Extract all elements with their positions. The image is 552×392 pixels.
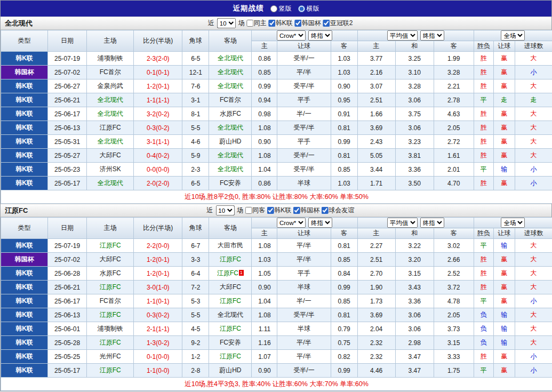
home-team-link[interactable]: 全北现代 [98, 179, 123, 187]
away-team-cell[interactable]: 水原FC [209, 107, 252, 121]
away-team-link[interactable]: 全北现代 [218, 151, 243, 159]
away-team-link[interactable]: FC安养 [220, 179, 241, 187]
average-select[interactable]: 平均值 [387, 218, 418, 228]
home-team-link[interactable]: 全北现代 [98, 110, 123, 117]
home-team-link[interactable]: 江原FC [100, 124, 121, 131]
away-team-cell[interactable]: FC首尔 [209, 93, 252, 107]
away-team-link[interactable]: 江原FC [220, 297, 241, 305]
home-team-cell[interactable]: 水原FC [87, 267, 134, 281]
home-team-cell[interactable]: 江原FC [87, 239, 134, 253]
home-team-link[interactable]: FC首尔 [100, 297, 121, 305]
away-team-cell[interactable]: 江原FC [209, 294, 252, 308]
home-team-cell[interactable]: 江原FC [87, 281, 134, 294]
bookmaker-select[interactable]: Crow* [277, 30, 306, 41]
home-team-link[interactable]: 江原FC [100, 311, 121, 318]
horizontal-layout-radio[interactable] [298, 5, 305, 12]
away-team-cell[interactable]: 大田市民 [209, 239, 252, 253]
home-team-link[interactable]: 大邱FC [100, 255, 121, 263]
same-venue-option[interactable]: 同主 [246, 19, 267, 28]
same-venue-checkbox[interactable] [245, 207, 252, 214]
away-team-cell[interactable]: 全北现代 [209, 66, 252, 79]
home-team-link[interactable]: 江原FC [100, 283, 121, 291]
away-team-link[interactable]: 蔚山HD [219, 366, 241, 374]
away-team-link[interactable]: 全北现代 [218, 311, 243, 318]
home-team-cell[interactable]: 金泉尚武 [87, 79, 134, 93]
home-team-cell[interactable]: 浦项制铁 [87, 52, 134, 66]
full-match-select[interactable]: 全场 [501, 30, 525, 41]
home-team-cell[interactable]: 全北现代 [87, 93, 134, 107]
average-select[interactable]: 平均值 [387, 30, 418, 41]
away-team-cell[interactable]: 全北现代 [209, 52, 252, 66]
away-team-link[interactable]: FC首尔 [220, 96, 241, 103]
home-team-cell[interactable]: 江原FC [87, 364, 134, 378]
home-team-link[interactable]: 光州FC [100, 353, 121, 360]
home-team-link[interactable]: 浦项制铁 [98, 325, 123, 332]
match-count-select[interactable]: 10 [215, 205, 234, 215]
vertical-layout-radio[interactable] [270, 5, 277, 12]
league-filter-option[interactable]: 韩K联 [267, 206, 291, 215]
league-filter-option[interactable]: 韩国杯 [293, 206, 319, 215]
away-team-cell[interactable]: 全北现代 [209, 149, 252, 163]
home-team-link[interactable]: FC首尔 [100, 68, 121, 76]
home-team-cell[interactable]: 浦项制铁 [87, 322, 134, 336]
home-team-cell[interactable]: 济州SK [87, 163, 134, 177]
away-team-link[interactable]: 水原FC [220, 110, 241, 117]
final-index-select[interactable]: 终指 [308, 30, 332, 41]
away-team-link[interactable]: 江原FC [220, 325, 241, 332]
away-team-link[interactable]: 大田市民 [218, 242, 243, 249]
home-team-link[interactable]: 水原FC [100, 269, 121, 277]
home-team-cell[interactable]: 全北现代 [87, 135, 134, 149]
away-team-cell[interactable]: 江原FC [209, 350, 252, 364]
away-team-link[interactable]: 全北现代 [218, 68, 243, 76]
home-team-cell[interactable]: 全北现代 [87, 107, 134, 121]
away-team-cell[interactable]: 全北现代 [209, 308, 252, 322]
home-team-link[interactable]: 浦项制铁 [98, 54, 123, 62]
home-team-link[interactable]: 全北现代 [98, 138, 123, 145]
full-match-select[interactable]: 全场 [501, 218, 525, 228]
bookmaker-select[interactable]: Crow* [277, 218, 306, 228]
league-checkbox[interactable] [267, 207, 274, 214]
home-team-link[interactable]: 全北现代 [98, 96, 123, 103]
league-filter-option[interactable]: 韩国杯 [294, 19, 321, 28]
league-filter-option[interactable]: 亚冠联2 [323, 19, 353, 28]
away-team-cell[interactable]: 大邱FC [209, 281, 252, 294]
away-team-cell[interactable]: FC安养 [209, 336, 252, 350]
home-team-cell[interactable]: 江原FC [87, 121, 134, 135]
home-team-cell[interactable]: 大邱FC [87, 149, 134, 163]
away-team-link[interactable]: 蔚山HD [219, 138, 241, 145]
league-checkbox[interactable] [268, 20, 275, 27]
league-filter-option[interactable]: 球会友谊 [321, 206, 354, 215]
home-team-cell[interactable]: 光州FC [87, 350, 134, 364]
away-team-cell[interactable]: FC安养 [209, 177, 252, 190]
away-team-link[interactable]: 江原FC [217, 269, 238, 277]
home-team-link[interactable]: 江原FC [100, 242, 121, 249]
league-checkbox[interactable] [293, 207, 300, 214]
home-team-link[interactable]: 济州SK [100, 165, 121, 173]
home-team-cell[interactable]: FC首尔 [87, 294, 134, 308]
away-team-cell[interactable]: 蔚山HD [209, 364, 252, 378]
away-team-link[interactable]: 江原FC [220, 353, 241, 360]
away-team-cell[interactable]: 蔚山HD [209, 135, 252, 149]
away-team-cell[interactable]: 江原FC [209, 322, 252, 336]
away-team-cell[interactable]: 全北现代 [209, 121, 252, 135]
away-team-cell[interactable]: 江原FC1 [209, 267, 252, 281]
league-checkbox[interactable] [294, 20, 301, 27]
away-team-link[interactable]: 全北现代 [218, 165, 243, 173]
same-venue-checkbox[interactable] [246, 20, 253, 27]
away-team-link[interactable]: 全北现代 [218, 54, 243, 62]
final-index-select-2[interactable]: 终指 [420, 218, 444, 228]
away-team-link[interactable]: 全北现代 [218, 82, 243, 90]
league-filter-option[interactable]: 韩K联 [268, 19, 293, 28]
home-team-link[interactable]: 江原FC [100, 339, 121, 346]
final-index-select[interactable]: 终指 [308, 218, 332, 228]
home-team-cell[interactable]: 江原FC [87, 308, 134, 322]
final-index-select-2[interactable]: 终指 [420, 30, 444, 41]
home-team-cell[interactable]: 全北现代 [87, 177, 134, 190]
match-count-select[interactable]: 10 [217, 18, 236, 28]
league-checkbox[interactable] [323, 20, 330, 27]
home-team-cell[interactable]: 大邱FC [87, 253, 134, 267]
league-checkbox[interactable] [321, 207, 328, 214]
away-team-link[interactable]: 大邱FC [220, 283, 241, 291]
away-team-link[interactable]: 全北现代 [218, 124, 243, 131]
layout-option-horizontal[interactable]: 横版 [298, 4, 319, 13]
